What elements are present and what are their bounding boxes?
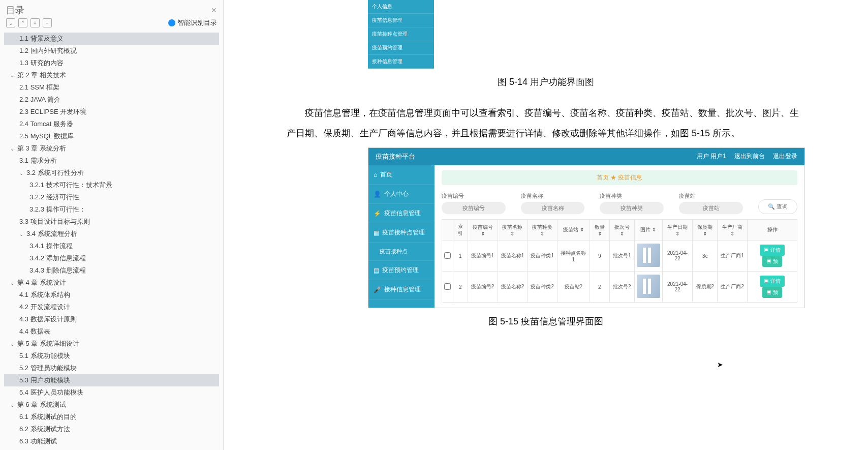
edit-button[interactable]: ▣ 预 (762, 287, 782, 298)
table-header-cell[interactable]: 保质期 ⇕ (693, 220, 718, 241)
toc-item[interactable]: 3.1 需求分析 (4, 155, 219, 167)
toc-item[interactable]: 5.3 用户功能模块 (4, 374, 219, 386)
toc-item[interactable]: 2.1 SSM 框架 (4, 81, 219, 94)
document-viewport[interactable]: 个人信息疫苗信息管理疫苗接种点管理疫苗预约管理接种信息管理 图 5-14 用户功… (224, 0, 868, 450)
toc-item-label: 5.3 用户功能模块 (19, 376, 70, 385)
toc-item-label: 2.3 ECLIPSE 开发环境 (19, 107, 86, 116)
toc-item[interactable]: 3.3 项目设计目标与原则 (4, 216, 219, 228)
minus-icon[interactable]: − (43, 18, 52, 27)
collapse-icon[interactable]: ⌄ (6, 18, 15, 27)
toc-item[interactable]: 4.3 数据库设计原则 (4, 313, 219, 325)
toc-tool-icons: ⌄ ⌃ + − (6, 18, 52, 27)
app2-nav-item[interactable]: 疫苗接种点 (368, 243, 435, 261)
toc-item[interactable]: 1.3 研究的内容 (4, 57, 219, 69)
toc-item-label: 第 3 章 系统分析 (17, 144, 66, 153)
toc-item[interactable]: 2.5 MySQL 数据库 (4, 130, 219, 142)
toc-item[interactable]: 5.4 医护人员功能模块 (4, 386, 219, 399)
toc-item[interactable]: 5.2 管理员功能模块 (4, 362, 219, 374)
smart-toc-toggle[interactable]: 智能识别目录 (168, 18, 217, 27)
table-cell: 2021-04-22 (662, 241, 693, 272)
table-header-cell[interactable]: 批次号 ⇕ (609, 220, 634, 241)
toc-item[interactable]: 5.1 系统功能模块 (4, 350, 219, 362)
plus-icon[interactable]: + (30, 18, 40, 27)
table-header-cell[interactable]: 疫苗站 ⇕ (557, 220, 590, 241)
topbar-link[interactable]: 退出到前台 (734, 152, 765, 161)
detail-button[interactable]: ▣ 详情 (760, 276, 785, 287)
table-header-cell[interactable]: 索引 (453, 220, 468, 241)
app2-nav-item[interactable]: ▦疫苗接种点管理 (368, 223, 435, 243)
toc-item[interactable]: 1.2 国内外研究概况 (4, 45, 219, 57)
toc-item[interactable]: ⌄第 6 章 系统测试 (4, 399, 219, 411)
vaccine-table: 索引疫苗编号 ⇕疫苗名称 ⇕疫苗种类 ⇕疫苗站 ⇕数量 ⇕批次号 ⇕图片 ⇕生产… (442, 219, 797, 303)
toc-item[interactable]: 3.4.3 删除信息流程 (4, 264, 219, 277)
table-cell: 批次号1 (609, 241, 634, 272)
toc-item[interactable]: ⌄第 4 章 系统设计 (4, 277, 219, 289)
edit-button[interactable]: ▣ 预 (762, 256, 782, 267)
app2-nav-item[interactable]: ⌂首页 (368, 165, 435, 185)
table-header-cell[interactable] (442, 220, 453, 241)
toc-item[interactable]: ⌄3.2 系统可行性分析 (4, 167, 219, 179)
toc-item[interactable]: 4.2 开发流程设计 (4, 301, 219, 313)
table-header-cell[interactable]: 生产日期 ⇕ (662, 220, 693, 241)
table-cell: 3c (693, 241, 718, 272)
toc-item[interactable]: 6.1 系统测试的目的 (4, 411, 219, 423)
table-header-cell[interactable]: 生产厂商 ⇕ (718, 220, 748, 241)
chevron-down-icon: ⌄ (10, 73, 15, 78)
expand-icon[interactable]: ⌃ (18, 18, 27, 27)
toc-item[interactable]: 6.2 系统测试方法 (4, 423, 219, 435)
detail-button[interactable]: ▣ 详情 (760, 245, 785, 256)
app2-nav-item[interactable]: 🎤接种信息管理 (368, 280, 435, 299)
crumb-home[interactable]: 首页 (597, 174, 609, 181)
nav-label: 疫苗信息管理 (384, 209, 421, 218)
topbar-link[interactable]: 用户 用户1 (697, 152, 726, 161)
toc-item[interactable]: 3.2.2 经济可行性 (4, 191, 219, 203)
toc-item[interactable]: 4.4 数据表 (4, 325, 219, 338)
app1-nav-item[interactable]: 个人信息 (368, 0, 434, 14)
row-checkbox[interactable] (444, 252, 451, 259)
toc-item[interactable]: 3.4.2 添加信息流程 (4, 252, 219, 264)
nav-label: 疫苗接种点管理 (382, 228, 425, 237)
filter-input[interactable] (679, 202, 743, 214)
toc-tree[interactable]: 1.1 背景及意义1.2 国内外研究概况1.3 研究的内容⌄第 2 章 相关技术… (0, 31, 223, 450)
row-checkbox[interactable] (444, 283, 451, 290)
filter-input[interactable] (442, 202, 506, 214)
toc-item[interactable]: 3.2.1 技术可行性：技术背景 (4, 179, 219, 191)
toc-item[interactable]: 6.3 功能测试 (4, 435, 219, 447)
toc-item[interactable]: 3.4.1 操作流程 (4, 240, 219, 252)
crumb-current: 疫苗信息 (618, 174, 642, 181)
app1-nav-item[interactable]: 接种信息管理 (368, 55, 434, 69)
toc-item[interactable]: 结 论 (4, 447, 219, 450)
table-header-cell[interactable]: 疫苗编号 ⇕ (468, 220, 498, 241)
app2-nav-item[interactable]: 👤个人中心 (368, 185, 435, 204)
table-header-cell[interactable]: 疫苗名称 ⇕ (498, 220, 528, 241)
filter-input[interactable] (521, 202, 585, 214)
toc-item-label: 5.4 医护人员功能模块 (19, 388, 83, 397)
table-header-cell[interactable]: 疫苗种类 ⇕ (528, 220, 557, 241)
toc-item[interactable]: ⌄第 2 章 相关技术 (4, 69, 219, 81)
app1-nav-item[interactable]: 疫苗接种点管理 (368, 27, 434, 41)
toc-item[interactable]: 1.1 背景及意义 (4, 33, 219, 45)
table-cell (634, 241, 662, 272)
toc-item[interactable]: ⌄3.4 系统流程分析 (4, 228, 219, 240)
toc-item[interactable]: ⌄第 3 章 系统分析 (4, 142, 219, 155)
toc-item-label: 1.1 背景及意义 (19, 34, 64, 43)
close-icon[interactable]: ✕ (211, 6, 217, 14)
topbar-link[interactable]: 退出登录 (773, 152, 797, 161)
app2-nav-item[interactable]: ⚡疫苗信息管理 (368, 204, 435, 223)
table-header-cell[interactable]: 操作 (748, 220, 797, 241)
app2-side-nav: ⌂首页👤个人中心⚡疫苗信息管理▦疫苗接种点管理疫苗接种点▤疫苗预约管理🎤接种信息… (368, 165, 435, 308)
app1-nav-item[interactable]: 疫苗信息管理 (368, 14, 434, 27)
toc-item[interactable]: 4.1 系统体系结构 (4, 289, 219, 301)
toc-item[interactable]: ⌄第 5 章 系统详细设计 (4, 338, 219, 350)
toc-item[interactable]: 2.3 ECLIPSE 开发环境 (4, 106, 219, 118)
search-button[interactable]: 🔍 查询 (758, 199, 797, 214)
app2-nav-item[interactable]: ▤疫苗预约管理 (368, 261, 435, 280)
toc-item[interactable]: 3.2.3 操作可行性： (4, 203, 219, 216)
table-header-cell[interactable]: 数量 ⇕ (590, 220, 609, 241)
thumbnail-image (637, 244, 660, 267)
table-header-cell[interactable]: 图片 ⇕ (634, 220, 662, 241)
toc-item[interactable]: 2.2 JAVA 简介 (4, 94, 219, 106)
filter-input[interactable] (600, 202, 664, 214)
toc-item[interactable]: 2.4 Tomcat 服务器 (4, 118, 219, 130)
app1-nav-item[interactable]: 疫苗预约管理 (368, 41, 434, 55)
